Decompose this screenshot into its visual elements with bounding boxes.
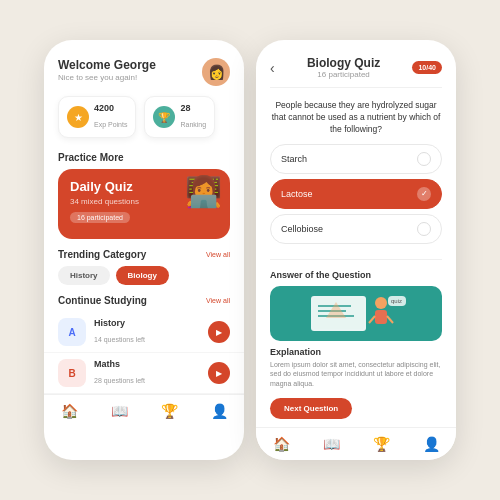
trending-title: Trending Category — [58, 249, 146, 260]
category-history-button[interactable]: History — [58, 266, 110, 285]
option-starch[interactable]: Starch — [270, 144, 442, 174]
nav-home-icon[interactable]: 🏠 — [61, 403, 78, 419]
maths-play-button[interactable]: ▶ — [208, 362, 230, 384]
nav-profile-icon[interactable]: 👤 — [211, 403, 228, 419]
maths-subject: Maths — [94, 359, 200, 369]
exp-value: 4200 — [94, 103, 127, 113]
right-nav-profile-icon[interactable]: 👤 — [423, 436, 440, 452]
daily-quiz-card[interactable]: Daily Quiz 34 mixed questions 16 partici… — [58, 169, 230, 239]
question-text: People because they are hydrolyzed sugar… — [270, 100, 442, 136]
history-class-icon: A — [58, 318, 86, 346]
nav-books-icon[interactable]: 📖 — [111, 403, 128, 419]
divider-1 — [270, 87, 442, 88]
ranking-stat-box: 🏆 28 Ranking — [144, 96, 215, 138]
stats-row: ★ 4200 Exp Points 🏆 28 Ranking — [44, 96, 244, 148]
right-nav-home-icon[interactable]: 🏠 — [273, 436, 290, 452]
continue-header: Continue Studying View all — [44, 295, 244, 312]
option-cellobiose[interactable]: Cellobiose — [270, 214, 442, 244]
ranking-label: Ranking — [180, 121, 206, 128]
svg-line-8 — [387, 316, 393, 323]
history-subject: History — [94, 318, 200, 328]
history-study-info: History 14 questions left — [94, 318, 200, 346]
ranking-info: 28 Ranking — [180, 103, 206, 131]
option-lactose-check: ✓ — [417, 187, 431, 201]
left-header: Welcome George Nice to see you again! 👩 — [44, 40, 244, 96]
right-nav-books-icon[interactable]: 📖 — [323, 436, 340, 452]
svg-line-7 — [369, 316, 375, 323]
option-cellobiose-label: Cellobiose — [281, 224, 323, 234]
answer-title: Answer of the Question — [270, 270, 442, 280]
right-phone: ‹ Biology Quiz 16 participated 10/40 Peo… — [256, 40, 456, 460]
quiz-decoration-icon: 👩‍💻 — [185, 174, 222, 209]
progress-badge: 10/40 — [412, 61, 442, 74]
divider-2 — [270, 259, 442, 260]
answer-illustration: quiz — [296, 288, 416, 338]
right-header: ‹ Biology Quiz 16 participated 10/40 — [256, 40, 456, 83]
right-nav-trophy-icon[interactable]: 🏆 — [373, 436, 390, 452]
greeting-subtitle: Nice to see you again! — [58, 73, 156, 82]
category-biology-button[interactable]: Biology — [116, 266, 169, 285]
next-question-button[interactable]: Next Question — [270, 398, 352, 419]
svg-rect-6 — [375, 310, 387, 324]
explanation-text: Lorem ipsum dolor sit amet, consectetur … — [270, 360, 442, 389]
svg-point-5 — [375, 297, 387, 309]
right-navbar: 🏠 📖 🏆 👤 — [256, 427, 456, 460]
option-lactose[interactable]: Lactose ✓ — [270, 179, 442, 209]
exp-stat-box: ★ 4200 Exp Points — [58, 96, 136, 138]
history-detail: 14 questions left — [94, 336, 145, 343]
category-row: History Biology — [44, 266, 244, 295]
continue-title: Continue Studying — [58, 295, 147, 306]
continue-view-all[interactable]: View all — [206, 297, 230, 304]
practice-title: Practice More — [44, 148, 244, 169]
exp-info: 4200 Exp Points — [94, 103, 127, 131]
nav-trophy-icon[interactable]: 🏆 — [161, 403, 178, 419]
participated-badge: 16 participated — [70, 212, 130, 223]
answer-image: quiz — [270, 286, 442, 341]
explanation-title: Explanation — [270, 347, 442, 357]
study-item-maths[interactable]: B Maths 28 questions left ▶ — [44, 353, 244, 394]
option-starch-label: Starch — [281, 154, 307, 164]
maths-study-info: Maths 28 questions left — [94, 359, 200, 387]
greeting-title: Welcome George — [58, 58, 156, 72]
option-cellobiose-circle — [417, 222, 431, 236]
star-icon: ★ — [67, 106, 89, 128]
left-navbar: 🏠 📖 🏆 👤 — [44, 394, 244, 427]
exp-label: Exp Points — [94, 121, 127, 128]
answer-section: Answer of the Question — [256, 264, 456, 423]
study-item-history[interactable]: A History 14 questions left ▶ — [44, 312, 244, 353]
option-lactose-label: Lactose — [281, 189, 313, 199]
ranking-value: 28 — [180, 103, 206, 113]
maths-class-icon: B — [58, 359, 86, 387]
avatar: 👩 — [202, 58, 230, 86]
quiz-title: Biology Quiz — [275, 56, 413, 70]
left-phone: Welcome George Nice to see you again! 👩 … — [44, 40, 244, 460]
trending-header: Trending Category View all — [44, 249, 244, 266]
svg-text:quiz: quiz — [391, 298, 402, 304]
option-starch-circle — [417, 152, 431, 166]
question-area: People because they are hydrolyzed sugar… — [256, 92, 456, 255]
trending-view-all[interactable]: View all — [206, 251, 230, 258]
history-play-button[interactable]: ▶ — [208, 321, 230, 343]
maths-detail: 28 questions left — [94, 377, 145, 384]
quiz-participated: 16 participated — [275, 70, 413, 79]
quiz-header-center: Biology Quiz 16 participated — [275, 56, 413, 79]
trophy-icon: 🏆 — [153, 106, 175, 128]
